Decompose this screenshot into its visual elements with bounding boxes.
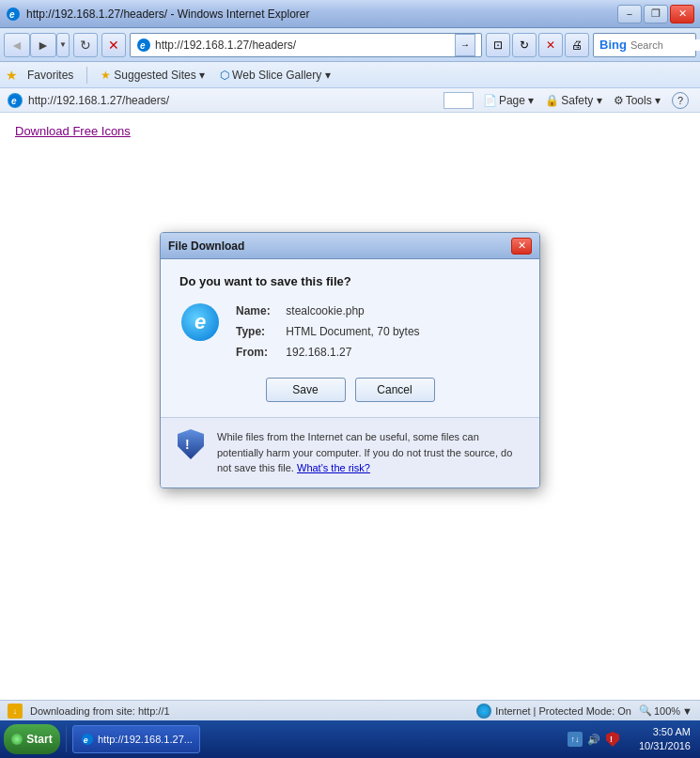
ie-taskbar-icon: e xyxy=(81,733,94,746)
ie-letter: e xyxy=(194,310,206,334)
svg-text:!: ! xyxy=(185,437,190,452)
file-details: Name: stealcookie.php Type: HTML Documen… xyxy=(236,302,420,363)
clock-date: 10/31/2016 xyxy=(639,739,691,753)
file-name-row: Name: stealcookie.php xyxy=(236,302,420,322)
warning-text-container: While files from the Internet can be use… xyxy=(217,429,524,476)
network-tray-icon: ↑↓ xyxy=(568,732,583,747)
cancel-button[interactable]: Cancel xyxy=(355,378,435,402)
dialog-question: Do you want to save this file? xyxy=(179,274,521,288)
ie-taskbar-label: http://192.168.1.27... xyxy=(98,734,192,745)
security-zone: 🌐 Internet | Protected Mode: On xyxy=(476,704,631,719)
security-text: Internet | Protected Mode: On xyxy=(495,705,631,717)
file-from-value: 192.168.1.27 xyxy=(286,346,351,359)
file-from-row: From: 192.168.1.27 xyxy=(236,343,420,364)
save-button[interactable]: Save xyxy=(266,378,346,402)
dialog-buttons: Save Cancel xyxy=(179,378,521,402)
dialog-close-button[interactable]: ✕ xyxy=(511,238,532,255)
risk-link[interactable]: What's the risk? xyxy=(297,462,370,473)
dialog-title: File Download xyxy=(168,240,511,253)
ie-taskbar-button[interactable]: e http://192.168.1.27... xyxy=(72,725,200,753)
zoom-control[interactable]: 🔍 100% ▼ xyxy=(639,704,692,717)
shield-icon: ! xyxy=(178,429,204,459)
file-type-row: Type: HTML Document, 70 bytes xyxy=(236,322,420,343)
download-icon: ↓ xyxy=(8,704,23,719)
volume-tray-icon: 🔊 xyxy=(586,732,601,747)
zoom-icon: 🔍 xyxy=(639,704,652,717)
clock-time: 3:50 AM xyxy=(639,725,691,739)
security-tray-icon: ! xyxy=(605,732,620,747)
svg-text:e: e xyxy=(84,735,88,745)
start-label: Start xyxy=(26,733,52,746)
dialog-info: e Name: stealcookie.php Type: HTML Docum… xyxy=(179,302,521,363)
svg-text:!: ! xyxy=(610,735,613,744)
file-name-value: stealcookie.php xyxy=(286,304,364,317)
taskbar-right: ↑↓ 🔊 ! 3:50 AM 10/31/2016 xyxy=(560,725,696,754)
clock: 3:50 AM 10/31/2016 xyxy=(633,725,696,754)
dialog-titlebar: File Download ✕ xyxy=(161,233,539,259)
taskbar: Start e http://192.168.1.27... ↑↓ 🔊 ! 3 xyxy=(0,720,700,758)
from-label: From: xyxy=(236,343,283,364)
dialog-warning: ! While files from the Internet can be u… xyxy=(161,417,539,487)
start-orb xyxy=(11,734,23,745)
status-bar: ↓ Downloading from site: http://1 🌐 Inte… xyxy=(0,700,700,720)
name-label: Name: xyxy=(236,302,283,322)
systray: ↑↓ 🔊 ! xyxy=(560,732,628,747)
status-download-text: Downloading from site: http://1 xyxy=(30,705,469,717)
dialog-body: Do you want to save this file? e Name: s… xyxy=(161,259,539,417)
file-download-dialog: File Download ✕ Do you want to save this… xyxy=(160,232,540,487)
ie-logo: e xyxy=(181,303,219,341)
file-type-icon: e xyxy=(179,302,221,343)
shield-icon-container: ! xyxy=(176,429,206,459)
file-type-value: HTML Document, 70 bytes xyxy=(286,325,419,338)
taskbar-separator xyxy=(66,726,67,752)
type-label: Type: xyxy=(236,322,283,343)
start-button[interactable]: Start xyxy=(4,724,60,754)
globe-icon: 🌐 xyxy=(476,704,491,719)
zoom-dropdown-icon: ▼ xyxy=(682,705,692,717)
zoom-level: 100% xyxy=(654,705,680,717)
dialog-overlay: File Download ✕ Do you want to save this… xyxy=(0,0,700,720)
